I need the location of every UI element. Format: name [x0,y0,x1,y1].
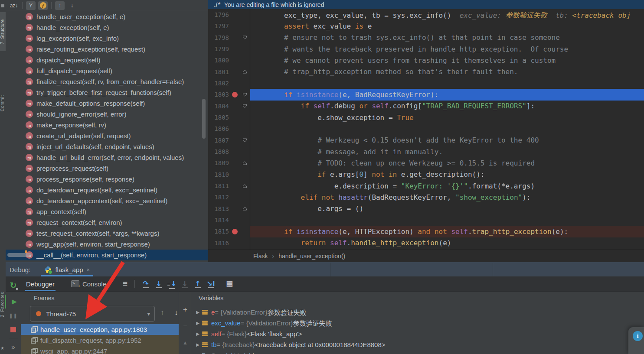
show-execution-point-icon[interactable]: ≡ [123,279,127,289]
structure-vertical-scrollbar[interactable] [202,99,206,139]
resume-button[interactable]: ▶ [5,295,22,309]
fold-slot[interactable] [240,184,249,188]
editor-line[interactable]: 1809 # TODO: clean up once Werkzeug >= 0… [208,157,644,169]
fold-slot[interactable] [240,69,249,74]
breadcrumb-item[interactable]: handle_user_exception() [278,253,345,260]
structure-item[interactable]: mtest_request_context(self, *args, **kwa… [6,228,208,239]
editor-line[interactable]: 1798 # ensure not to trash sys.exc_info(… [208,32,644,43]
structure-item[interactable]: mshould_ignore_error(self, error) [6,109,208,120]
editor-line[interactable]: 1802 [208,78,644,89]
rail-tab-structure[interactable]: 7: Structure [0,12,6,51]
structure-item[interactable]: mtry_trigger_before_first_request_functi… [6,87,208,98]
structure-item[interactable]: mdispatch_request(self) [6,55,208,65]
stack-frame-row[interactable]: full_dispatch_request, app.py:1952 [21,335,179,346]
fold-down-icon[interactable] [242,104,247,108]
structure-item[interactable]: mhandle_url_build_error(self, error, end… [6,152,208,163]
fold-up-icon[interactable] [242,206,247,211]
breakpoint-slot[interactable] [229,92,240,97]
step-out-icon[interactable]: ↑ [191,281,204,288]
editor-line[interactable]: 1799 # wants the traceback preserved in … [208,43,644,55]
editor-line[interactable]: 1800 # we cannot prevent users from tras… [208,55,644,66]
thread-selector[interactable]: Thread-75 ▾ [30,306,155,322]
rerun-button[interactable]: ↻ [6,278,21,292]
structure-item[interactable]: minject_url_defaults(self, endpoint, val… [6,141,208,152]
previous-frame-button[interactable]: ↑ [160,309,164,317]
breadcrumb-item[interactable]: Flask [253,253,268,260]
remove-watch-button[interactable]: − [183,318,187,335]
fold-slot[interactable] [240,35,249,40]
structure-item[interactable]: mhandle_exception(self, e) [6,22,208,33]
structure-item[interactable]: mpreprocess_request(self) [6,163,208,174]
evaluate-expression-icon[interactable]: ▦ [226,279,233,288]
structure-item[interactable]: mdo_teardown_request(self, exc=_sentinel… [6,185,208,195]
fold-slot[interactable] [240,161,249,166]
rail-tab-commit[interactable]: Commit [0,86,6,120]
structure-item[interactable]: mraise_routing_exception(self, request) [6,44,208,55]
structure-item[interactable]: mmake_default_options_response(self) [6,98,208,109]
collapse-all-icon[interactable]: ↓ [67,1,77,10]
pause-button[interactable]: ❚❚ [6,309,21,322]
more-actions-button[interactable]: » [6,342,21,351]
editor-line[interactable]: 1813 e.args = () [208,203,644,214]
step-over-icon[interactable]: ↷ [139,281,152,288]
next-frame-button[interactable]: ↓ [174,309,178,317]
sort-alphabetically-icon[interactable]: az↓ [9,1,19,10]
variable-row[interactable]: ▶exc_value = {ValidationError} 参数验证失败 [191,318,644,328]
move-watch-up-button[interactable]: ▲ [183,335,188,351]
tab-debugger[interactable]: Debugger [21,276,60,291]
variable-row[interactable]: ▶Special Variables [191,350,644,354]
close-icon[interactable]: × [87,266,90,273]
filter-members-icon[interactable]: Y [26,1,36,10]
editor-line[interactable]: 1812 elif not hasattr(BadRequestKeyError… [208,192,644,203]
editor-line[interactable]: 1803 if isinstance(e, BadRequestKeyError… [208,89,644,100]
structure-item[interactable]: m__call__(self, environ, start_response) [6,250,208,260]
stack-frame-row[interactable]: wsgi_app, app.py:2447 [21,346,179,354]
fold-up-icon[interactable] [242,184,247,188]
stop-button[interactable] [6,322,21,336]
structure-horizontal-scrollbar[interactable] [7,253,32,257]
breakpoint-slot[interactable] [229,229,240,234]
tab-console[interactable]: > ↓ Console [66,276,111,291]
fold-slot[interactable] [240,92,249,97]
step-into-icon[interactable]: ↓ [152,281,165,288]
editor-line[interactable]: 1806 [208,123,644,134]
editor-line[interactable]: 1805 e.show_exception = True [208,112,644,123]
editor-line[interactable]: 1804 if self.debug or self.config["TRAP_… [208,101,644,112]
stack-frame-row[interactable]: handle_user_exception, app.py:1803 [21,324,179,335]
fold-slot[interactable] [240,104,249,108]
project-tab-icon[interactable] [1,4,4,7]
expand-triangle-icon[interactable]: ▶ [193,310,202,315]
run-to-cursor-icon[interactable]: ↘I [204,281,217,288]
structure-item[interactable]: mwsgi_app(self, environ, start_response) [6,239,208,250]
fold-slot[interactable] [240,138,249,143]
favorites-star-icon[interactable]: ★ [0,346,4,351]
add-watch-button[interactable]: + [183,302,187,318]
fold-down-icon[interactable] [242,35,247,40]
fold-down-icon[interactable] [242,92,247,97]
structure-item[interactable]: mfull_dispatch_request(self) [6,65,208,76]
editor-line[interactable]: 1816 return self.handle_http_exception(e… [208,237,644,249]
structure-item[interactable]: mfinalize_request(self, rv, from_error_h… [6,76,208,87]
editor-line[interactable]: 1797 assert exc_value is e [208,20,644,32]
drop-frame-icon[interactable]: ↓ [178,281,191,288]
editor-line[interactable]: 1808 # message, add it in manually. [208,146,644,157]
fold-slot[interactable] [240,206,249,211]
info-icon[interactable]: i [633,331,643,341]
fold-up-icon[interactable] [242,69,247,74]
breakpoint-icon[interactable] [232,92,238,97]
structure-item[interactable]: mhandle_user_exception(self, e) [6,11,208,22]
variable-row[interactable]: ▶self = {Flask} <Flask 'flask_app'> [191,328,644,339]
editor-line[interactable]: 1815 if isinstance(e, HTTPException) and… [208,226,644,237]
fold-up-icon[interactable] [242,161,247,166]
editor-line[interactable]: 1801 # trap_http_exception method so tha… [208,66,644,78]
editor-line[interactable]: 1796 exc_type, exc_value, tb = sys.exc_i… [208,9,644,20]
variable-row[interactable]: ▶e = {ValidationError} 参数验证失败 [191,307,644,318]
run-config-tab-flask-app[interactable]: flask_app × [41,262,93,277]
structure-item[interactable]: mapp_context(self) [6,206,208,217]
variable-row[interactable]: ▶tb = {traceback} <traceback object at 0… [191,339,644,350]
expand-triangle-icon[interactable]: ▶ [193,321,202,325]
editor-line[interactable]: 1814 [208,214,644,226]
structure-item[interactable]: mlog_exception(self, exc_info) [6,33,208,44]
expand-triangle-icon[interactable]: ▶ [193,331,202,336]
fold-down-icon[interactable] [242,138,247,143]
